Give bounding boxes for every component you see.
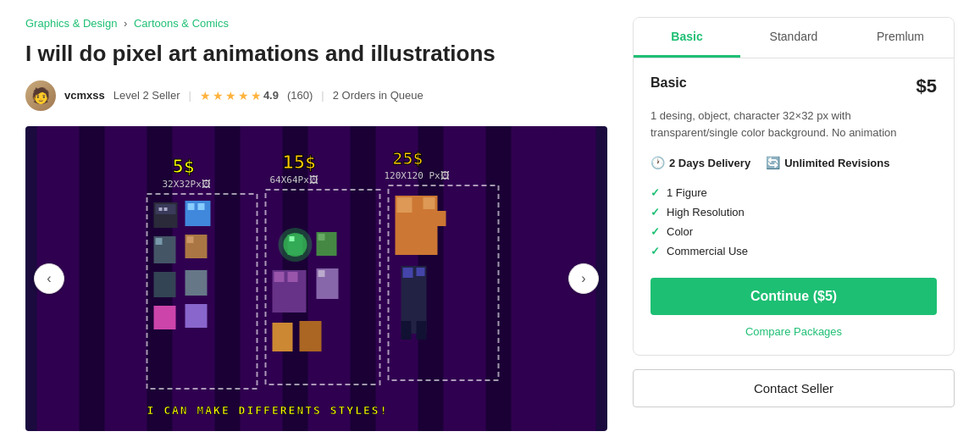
feature-item: ✓ 1 Figure — [651, 183, 937, 202]
breadcrumb: Graphics & Design › Cartoons & Comics — [25, 17, 607, 30]
svg-rect-33 — [185, 304, 208, 328]
seller-level: Level 2 Seller — [114, 89, 180, 102]
star-5: ★ — [251, 89, 262, 102]
stars-container: ★ ★ ★ ★ ★ 4.9 — [200, 89, 279, 102]
divider2: | — [321, 89, 324, 102]
feature-4-label: Commercial Use — [667, 245, 748, 257]
svg-rect-32 — [154, 306, 176, 329]
rating-number: 4.9 — [263, 89, 279, 102]
feature-3-label: Color — [667, 225, 693, 238]
star-3: ★ — [225, 89, 236, 102]
svg-rect-48 — [397, 197, 412, 213]
svg-text:64X64Px🖼: 64X64Px🖼 — [270, 174, 318, 185]
right-panel: Basic Standard Premlum Basic $5 1 desing… — [633, 17, 955, 431]
seller-name[interactable]: vcmxss — [64, 89, 105, 102]
seller-info: 🧑 vcmxss Level 2 Seller | ★ ★ ★ ★ ★ 4.9 … — [25, 80, 607, 111]
svg-rect-46 — [300, 321, 322, 351]
delivery-days: 🕐 2 Days Delivery — [651, 156, 750, 169]
delivery-days-label: 2 Days Delivery — [669, 157, 750, 169]
reviews-count[interactable]: (160) — [287, 89, 313, 102]
svg-rect-25 — [198, 203, 205, 210]
svg-rect-55 — [417, 321, 427, 340]
tab-standard[interactable]: Standard — [740, 18, 847, 58]
star-2: ★ — [213, 89, 224, 102]
svg-rect-54 — [401, 321, 412, 340]
feature-item: ✓ High Resolution — [651, 202, 937, 222]
avatar-image: 🧑 — [25, 80, 56, 111]
svg-rect-8 — [512, 126, 554, 431]
svg-text:15$: 15$ — [283, 152, 317, 173]
check-icon-4: ✓ — [651, 245, 660, 257]
gig-title: I will do pixel art animations and illus… — [25, 40, 607, 69]
svg-text:120X120 Px🖼: 120X120 Px🖼 — [385, 170, 450, 181]
svg-rect-41 — [274, 272, 285, 282]
image-carousel: 5$ 15$ 25$ 32X32Px🖼 64X64Px🖼 120X120 Px🖼 — [25, 126, 607, 431]
compare-packages-link[interactable]: Compare Packages — [651, 325, 937, 338]
check-icon-2: ✓ — [651, 206, 660, 218]
feature-2-label: High Resolution — [667, 206, 745, 218]
feature-item: ✓ Color — [651, 222, 937, 241]
chevron-left-icon: ‹ — [47, 271, 51, 286]
svg-rect-29 — [187, 236, 194, 243]
svg-text:I CAN MAKE DIFFERENTS STYLES!: I CAN MAKE DIFFERENTS STYLES! — [147, 404, 389, 417]
breadcrumb-sep: › — [124, 17, 127, 30]
svg-rect-30 — [154, 272, 176, 297]
carousel-main: 5$ 15$ 25$ 32X32Px🖼 64X64Px🖼 120X120 Px🖼 — [25, 126, 607, 431]
svg-rect-21 — [159, 207, 163, 211]
svg-text:5$: 5$ — [173, 156, 196, 177]
svg-rect-44 — [318, 270, 325, 277]
card-body: Basic $5 1 desing, object, character 32×… — [634, 58, 954, 355]
plan-name: Basic — [651, 75, 687, 91]
refresh-icon: 🔄 — [766, 156, 780, 169]
delivery-row: 🕐 2 Days Delivery 🔄 Unlimited Revisions — [651, 156, 937, 169]
carousel-prev-button[interactable]: ‹ — [34, 263, 64, 294]
svg-rect-49 — [424, 197, 435, 209]
feature-1-label: 1 Figure — [667, 186, 707, 199]
pricing-card: Basic Standard Premlum Basic $5 1 desing… — [633, 17, 955, 356]
carousel-next-button[interactable]: › — [568, 263, 599, 294]
continue-button[interactable]: Continue ($5) — [651, 278, 937, 315]
check-icon-3: ✓ — [651, 225, 660, 238]
tab-basic[interactable]: Basic — [634, 18, 740, 58]
svg-rect-24 — [188, 203, 195, 210]
star-4: ★ — [238, 89, 249, 102]
svg-rect-27 — [156, 238, 163, 245]
clock-icon: 🕐 — [651, 156, 665, 169]
orders-queue: 2 Orders in Queue — [333, 89, 424, 102]
svg-rect-53 — [417, 268, 425, 276]
breadcrumb-comics[interactable]: Cartoons & Comics — [134, 17, 229, 30]
svg-text:32X32Px🖼: 32X32Px🖼 — [163, 179, 211, 190]
svg-rect-50 — [431, 211, 446, 226]
check-icon-1: ✓ — [651, 186, 660, 199]
revisions-item: 🔄 Unlimited Revisions — [766, 156, 889, 169]
svg-text:25$: 25$ — [393, 148, 424, 169]
svg-rect-45 — [273, 323, 293, 351]
pricing-tabs: Basic Standard Premlum — [634, 18, 954, 58]
revisions-label: Unlimited Revisions — [784, 157, 889, 169]
features-list: ✓ 1 Figure ✓ High Resolution ✓ Color ✓ C… — [651, 183, 937, 261]
pixel-art-scene: 5$ 15$ 25$ 32X32Px🖼 64X64Px🖼 120X120 Px🖼 — [25, 126, 607, 431]
svg-rect-31 — [185, 270, 208, 296]
contact-seller-button[interactable]: Contact Seller — [633, 369, 955, 407]
avatar[interactable]: 🧑 — [25, 80, 56, 111]
svg-rect-52 — [403, 268, 413, 278]
svg-rect-37 — [290, 236, 295, 241]
svg-rect-39 — [318, 234, 325, 241]
breadcrumb-graphics[interactable]: Graphics & Design — [25, 17, 117, 30]
plan-header: Basic $5 — [651, 75, 937, 97]
plan-price: $5 — [916, 75, 937, 97]
svg-rect-42 — [288, 272, 298, 282]
plan-description: 1 desing, object, character 32×32 px wit… — [651, 108, 937, 141]
svg-rect-22 — [164, 207, 168, 211]
chevron-right-icon: › — [581, 271, 585, 286]
star-1: ★ — [200, 89, 211, 102]
divider: | — [189, 89, 191, 102]
tab-premium[interactable]: Premlum — [847, 18, 954, 58]
svg-rect-7 — [444, 126, 486, 431]
feature-item: ✓ Commercial Use — [651, 241, 937, 261]
svg-rect-2 — [105, 126, 147, 431]
